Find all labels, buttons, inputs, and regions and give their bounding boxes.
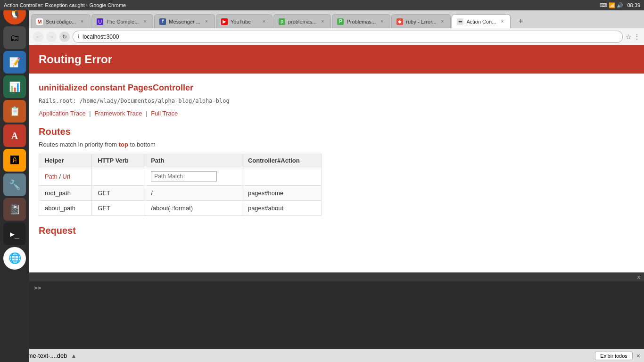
col-verb: HTTP Verb (92, 154, 145, 167)
routes-desc-top: top (119, 141, 128, 148)
dock-terminal[interactable]: ▶_ (3, 222, 26, 245)
root-helper: root_path (39, 186, 92, 201)
bottom-bar-close-button[interactable]: × (636, 352, 640, 360)
console-close-button[interactable]: x (637, 273, 641, 280)
path-helper-cell: Path / Url (39, 167, 92, 186)
tab-ruby-close[interactable]: × (439, 18, 446, 25)
tab-messenger[interactable]: f Messenger ... × (154, 14, 215, 28)
tab-gmail[interactable]: M Seu código... × (31, 14, 91, 28)
routes-desc-prefix: Routes match in priority from (39, 141, 119, 148)
bottom-bar-right: Exibir todos × (595, 352, 640, 360)
dock-amazon[interactable]: 🅰 (3, 149, 26, 172)
titlebar-title-area: Action Controller: Exception caught - Go… (4, 2, 126, 8)
favicon-action: ☰ (457, 18, 463, 25)
favicon-problemas2: P (337, 18, 344, 25)
tab-ruby[interactable]: ◆ ruby - Error... × (391, 14, 451, 28)
tab-youtube-close[interactable]: × (261, 18, 267, 25)
url-lock-icon: ℹ (78, 34, 80, 39)
console-header: x (29, 272, 644, 281)
application-trace-link[interactable]: Application Trace (39, 110, 86, 117)
rails-root-path: /home/wlady/Documentos/alpha-blog/alpha-… (80, 98, 230, 104)
error-body: uninitialized constant PagesController R… (29, 74, 644, 249)
routes-desc-suffix: to bottom (130, 141, 156, 148)
new-tab-button[interactable]: + (513, 14, 528, 28)
dock-settings[interactable]: 🔧 (3, 173, 26, 196)
tab-gmail-close[interactable]: × (79, 18, 85, 25)
os-titlebar: Action Controller: Exception caught - Go… (0, 0, 644, 10)
tab-ruby-title: ruby - Error... (406, 19, 436, 25)
path-verb-cell (92, 167, 145, 186)
path-action-cell (242, 167, 321, 186)
dock-notepad[interactable]: 📓 (3, 198, 26, 221)
tab-problemas1-title: problemas... (288, 19, 317, 25)
framework-trace-link[interactable]: Framework Trace (94, 110, 142, 117)
tab-youtube-title: YouTube (231, 19, 258, 25)
window-title: Action Controller: Exception caught - Go… (4, 2, 126, 8)
address-bar: ← → ↻ ℹ localhost:3000 ☆ ⋮ (29, 28, 644, 45)
rails-root-info: Rails.root: /home/wlady/Documentos/alpha… (39, 98, 635, 104)
path-helper-link[interactable]: Path (45, 173, 58, 180)
show-all-button[interactable]: Exibir todos (595, 352, 632, 360)
favicon-problemas1: p (279, 18, 285, 25)
favicon-messenger: f (159, 18, 166, 25)
url-text: localhost:3000 (83, 33, 119, 40)
dock-docs[interactable]: 📝 (3, 51, 26, 74)
trace-sep-1: | (89, 110, 91, 117)
tab-bar: M Seu código... × U The Comple... × f Me… (29, 10, 644, 28)
routes-section: Routes Routes match in priority from top… (39, 126, 635, 216)
routes-description: Routes match in priority from top to bot… (39, 141, 635, 148)
tab-problemas2-close[interactable]: × (379, 18, 385, 25)
trace-sep-2: | (146, 110, 147, 117)
path-match-input[interactable] (151, 171, 217, 181)
full-trace-link[interactable]: Full Trace (151, 110, 178, 117)
error-header-title: Routing Error (39, 53, 635, 66)
tab-udemy[interactable]: U The Comple... × (91, 14, 153, 28)
console-panel: x >> (29, 272, 644, 349)
dock-spreadsheet[interactable]: 📊 (3, 75, 26, 98)
tab-problemas1[interactable]: p problemas... × (273, 14, 331, 28)
col-action: Controller#Action (242, 154, 321, 167)
console-prompt: >> (34, 284, 41, 291)
path-match-cell[interactable] (145, 167, 242, 186)
tab-messenger-title: Messenger ... (169, 19, 200, 25)
tab-action[interactable]: ☰ Action Con... × (452, 14, 511, 28)
favicon-gmail: M (36, 18, 43, 25)
root-path: / (145, 186, 242, 201)
route-row-about: about_path GET /about(.:format) pages#ab… (39, 201, 322, 216)
address-bar-actions: ☆ ⋮ (626, 33, 640, 41)
menu-icon[interactable]: ⋮ (634, 33, 640, 41)
dock-app1[interactable]: A (3, 124, 26, 147)
tab-action-close[interactable]: × (499, 18, 505, 25)
error-title: uninitialized constant PagesController (39, 83, 635, 93)
dock-files[interactable]: 🗂 (3, 26, 26, 49)
tab-problemas2[interactable]: P Problemas... × (332, 14, 390, 28)
taskbar-icons: ⌨ 📶 🔊 (600, 2, 623, 8)
trace-links: Application Trace | Framework Trace | Fu… (39, 110, 635, 117)
console-body: >> (29, 281, 644, 294)
dock-chrome[interactable]: 🌐 (3, 247, 26, 270)
favicon-udemy: U (97, 18, 103, 25)
bookmark-star-icon[interactable]: ☆ (626, 33, 632, 41)
tab-messenger-close[interactable]: × (203, 18, 210, 25)
dock-presentation[interactable]: 📋 (3, 100, 26, 123)
path-sep: / (59, 173, 62, 180)
tab-problemas2-title: Problemas... (347, 19, 376, 25)
routes-title: Routes (39, 126, 635, 137)
back-button[interactable]: ← (33, 32, 43, 42)
route-row-root: root_path GET / pages#home (39, 186, 322, 201)
rails-root-label: Rails.root: (39, 98, 76, 104)
url-bar[interactable]: ℹ localhost:3000 (73, 31, 623, 43)
root-action: pages#home (242, 186, 321, 201)
download-chevron-icon[interactable]: ▲ (71, 353, 77, 359)
tab-problemas1-close[interactable]: × (319, 18, 326, 25)
refresh-button[interactable]: ↻ (59, 32, 70, 42)
forward-button[interactable]: → (46, 32, 57, 42)
tab-gmail-title: Seu código... (46, 19, 76, 25)
request-section: Request (39, 225, 635, 236)
tab-youtube[interactable]: ▶ YouTube × (216, 14, 272, 28)
error-header-bar: Routing Error (29, 45, 644, 74)
url-helper-link[interactable]: Url (63, 173, 71, 180)
tab-udemy-close[interactable]: × (141, 18, 148, 25)
routes-table: Helper HTTP Verb Path Controller#Action … (39, 154, 322, 216)
request-title: Request (39, 225, 635, 236)
